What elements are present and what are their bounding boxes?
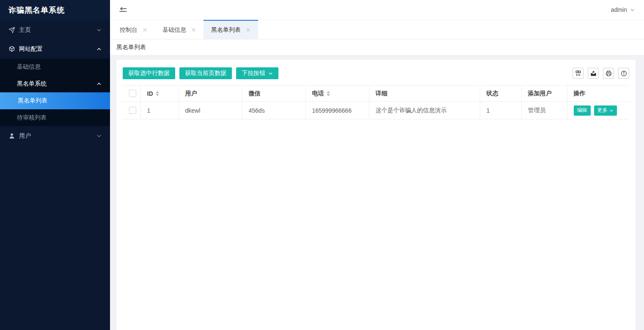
tab-basic-info[interactable]: 基础信息 <box>155 20 204 39</box>
sidebar-item-users[interactable]: 用户 <box>0 126 110 145</box>
chevron-down-icon <box>96 28 102 33</box>
close-icon[interactable] <box>143 28 147 32</box>
toggle-columns-icon <box>575 70 581 77</box>
tab-blacklist-list[interactable]: 黑名单列表 <box>204 20 258 39</box>
user-menu[interactable]: admin <box>611 6 635 13</box>
username: admin <box>611 6 627 13</box>
cell-id: 1 <box>140 102 179 119</box>
site-config-submenu: 基础信息 黑名单系统 黑名单列表 待审核列表 <box>0 58 110 126</box>
print-icon <box>605 70 612 77</box>
chevron-down-icon <box>96 133 102 139</box>
user-icon <box>8 133 15 139</box>
column-header-added-by[interactable]: 添加用户 <box>521 86 567 102</box>
edit-button[interactable]: 编辑 <box>574 105 591 116</box>
sidebar-item-label: 网站配置 <box>19 45 96 53</box>
column-label: 微信 <box>249 90 261 97</box>
column-header-user[interactable]: 用户 <box>179 86 242 102</box>
sidebar-item-label: 用户 <box>19 132 96 140</box>
column-header-status[interactable]: 状态 <box>480 86 521 102</box>
sort-icon[interactable] <box>156 91 159 96</box>
chevron-up-icon <box>96 47 102 52</box>
content-area: 获取选中行数据 获取当前页数据 下拉按钮 <box>110 55 644 330</box>
toggle-columns-button[interactable] <box>572 68 583 79</box>
cell-detail: 这个是个诈骗人的信息演示 <box>369 102 480 119</box>
chevron-up-icon <box>96 81 102 86</box>
column-label: ID <box>147 90 153 97</box>
button-label: 下拉按钮 <box>242 69 265 77</box>
page-title: 黑名单列表 <box>116 44 146 51</box>
sidebar-item-pending-review[interactable]: 待审核列表 <box>0 109 110 126</box>
tab-label: 控制台 <box>120 26 138 34</box>
sidebar-item-blacklist-system[interactable]: 黑名单系统 <box>0 75 110 92</box>
column-label: 添加用户 <box>528 90 552 97</box>
sidebar-menu: 主页 网站配置 基础信息 黑名单系统 <box>0 20 110 330</box>
button-label: 获取选中行数据 <box>128 69 170 77</box>
export-button[interactable] <box>588 68 599 79</box>
column-header-id[interactable]: ID <box>140 86 179 102</box>
cell-user: dkewl <box>179 102 242 119</box>
cell-status: 1 <box>480 102 521 119</box>
row-actions: 编辑 更多 <box>574 105 623 116</box>
cube-icon <box>8 46 15 53</box>
main-area: admin 控制台 基础信息 黑名单列表 黑名单列表 <box>110 0 644 330</box>
tab-console[interactable]: 控制台 <box>112 20 155 39</box>
get-current-page-button[interactable]: 获取当前页数据 <box>179 67 232 79</box>
page-title-bar: 黑名单列表 <box>110 39 644 55</box>
app-title: 诈骗黑名单系统 <box>0 0 110 20</box>
sidebar-item-basic-info[interactable]: 基础信息 <box>0 58 110 75</box>
sidebar-item-label: 黑名单系统 <box>17 80 96 88</box>
info-button[interactable] <box>618 68 629 79</box>
tab-label: 基础信息 <box>162 26 186 34</box>
tab-label: 黑名单列表 <box>211 26 241 34</box>
close-icon[interactable] <box>246 28 250 32</box>
row-checkbox[interactable] <box>129 107 136 114</box>
table-header-row: ID 用户 微信 电话 详细 状态 <box>123 86 629 102</box>
top-header: admin <box>110 0 644 20</box>
info-icon <box>621 70 627 77</box>
sidebar-item-label: 基础信息 <box>17 63 41 71</box>
button-label: 获取当前页数据 <box>185 69 226 77</box>
sidebar-item-label: 待审核列表 <box>17 114 47 122</box>
sidebar-item-label: 主页 <box>19 26 96 34</box>
column-label: 电话 <box>312 90 324 97</box>
cell-added-by: 管理员 <box>521 102 567 119</box>
print-button[interactable] <box>603 68 614 79</box>
chevron-down-icon <box>630 8 635 12</box>
sidebar-item-label: 黑名单列表 <box>18 97 47 105</box>
table-row: 1 dkewl 456ds 165999966666 这个是个诈骗人的信息演示 … <box>123 102 629 119</box>
more-button[interactable]: 更多 <box>594 105 617 116</box>
paper-plane-icon <box>8 27 15 33</box>
column-header-phone[interactable]: 电话 <box>305 86 369 102</box>
card-toolbar: 获取选中行数据 获取当前页数据 下拉按钮 <box>123 67 629 79</box>
sidebar-item-home[interactable]: 主页 <box>0 20 110 39</box>
dropdown-button[interactable]: 下拉按钮 <box>236 67 278 79</box>
column-label: 用户 <box>185 90 197 97</box>
sidebar-item-site-config[interactable]: 网站配置 <box>0 39 110 58</box>
column-header-detail[interactable]: 详细 <box>369 86 480 102</box>
chevron-down-icon <box>268 71 273 76</box>
table-tool-icons <box>572 68 629 79</box>
sidebar: 诈骗黑名单系统 主页 网站配置 基础信息 黑名单系统 <box>0 0 110 330</box>
column-label: 状态 <box>487 90 498 97</box>
sort-icon[interactable] <box>327 91 330 96</box>
get-selected-rows-button[interactable]: 获取选中行数据 <box>123 67 175 79</box>
column-label: 详细 <box>376 90 388 97</box>
column-label: 操作 <box>574 90 586 97</box>
table-card: 获取选中行数据 获取当前页数据 下拉按钮 <box>116 60 636 330</box>
column-header-actions: 操作 <box>567 86 629 102</box>
button-label: 编辑 <box>577 107 587 114</box>
sidebar-item-blacklist-list[interactable]: 黑名单列表 <box>0 92 110 109</box>
blacklist-table: ID 用户 微信 电话 详细 状态 <box>123 85 629 119</box>
tab-bar: 控制台 基础信息 黑名单列表 <box>110 20 644 39</box>
cell-wechat: 456ds <box>242 102 305 119</box>
export-icon <box>590 70 597 77</box>
close-icon[interactable] <box>191 28 196 32</box>
chevron-down-icon <box>609 108 614 113</box>
cell-phone: 165999966666 <box>305 102 369 119</box>
select-all-checkbox[interactable] <box>129 90 136 97</box>
fold-menu-icon[interactable] <box>119 7 127 13</box>
column-header-wechat[interactable]: 微信 <box>242 86 305 102</box>
button-label: 更多 <box>597 107 608 114</box>
